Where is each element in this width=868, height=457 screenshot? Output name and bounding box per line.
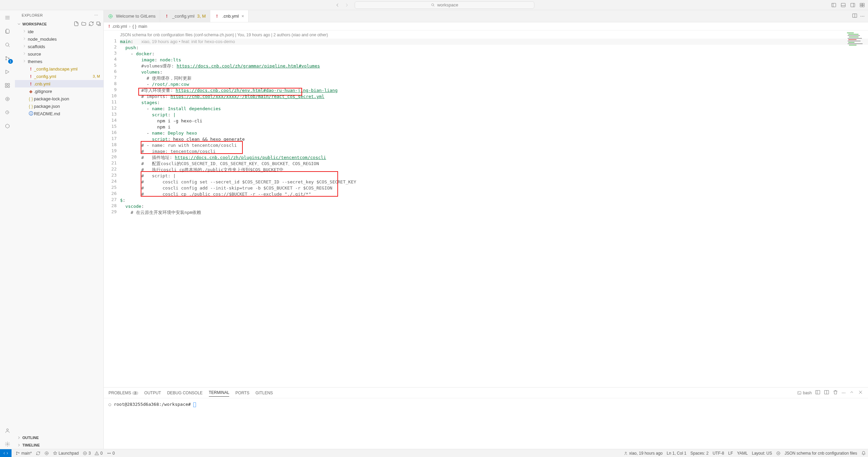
layout-sidebar-right-icon[interactable] [849,1,856,9]
close-panel-icon[interactable] [858,390,863,396]
terminal-profile[interactable]: bash [797,390,812,396]
editor-area: Welcome to GitLens!_config.yml3, M!.cnb.… [104,10,868,449]
refresh-icon[interactable] [88,21,94,27]
code-editor[interactable]: JSON schema for cnb configuration files … [120,31,868,387]
svg-rect-3 [851,3,855,7]
sidebar-title: EXPLORER [22,13,43,17]
sidebar-more-icon[interactable]: ⋯ [94,13,98,18]
settings-gear-icon[interactable] [3,439,12,449]
close-tab-icon[interactable]: × [241,14,244,19]
svg-point-22 [109,14,113,18]
status-spaces[interactable]: Spaces: 2 [688,451,710,456]
accounts-icon[interactable] [3,426,12,435]
kill-terminal-icon[interactable] [833,390,838,396]
svg-point-20 [7,443,8,445]
nav-back-icon[interactable] [334,1,341,9]
file-tree: idenode_modulesscaffoldssourcethemes!_co… [15,28,103,434]
folder-item[interactable]: ide [15,28,103,35]
breadcrumb[interactable]: ! .cnb.yml › { } main [104,22,868,31]
svg-rect-36 [816,391,820,394]
new-folder-icon[interactable] [81,21,86,27]
maximize-panel-icon[interactable] [849,390,854,396]
search-icon[interactable] [3,40,12,49]
section-workspace[interactable]: WORKSPACE [15,20,103,28]
split-editor-icon[interactable] [852,13,857,19]
file-item[interactable]: ◆.gitignore [15,87,103,95]
cnb-icon[interactable] [3,121,12,131]
new-file-icon[interactable] [74,21,79,27]
status-blame[interactable]: xiao, 19 hours ago [622,451,665,456]
status-problems[interactable]: 3 0 [81,451,105,456]
nav-forward-icon[interactable] [343,1,351,9]
svg-rect-4 [860,3,862,5]
file-item[interactable]: { }package-lock.json [15,95,103,102]
sidebar: EXPLORER ⋯ WORKSPACE idenode_modulesscaf… [15,10,104,449]
status-cursor[interactable]: Ln 1, Col 1 [665,451,688,456]
minimap[interactable] [846,32,865,49]
line-gutter: 1234567891011121314151617181920212223242… [104,31,120,387]
status-ports[interactable]: 0 [105,451,117,456]
panel-problems[interactable]: PROBLEMS 3 [108,391,138,395]
yaml-tab-icon: ! [164,14,170,19]
layout-panel-icon[interactable] [840,1,847,9]
panel-debug-console[interactable]: DEBUG CONSOLE [167,391,203,395]
panel-more-icon[interactable]: ⋯ [842,391,846,395]
svg-rect-15 [8,86,9,87]
editor-tab[interactable]: !.cnb.yml× [210,10,249,22]
tab-more-icon[interactable]: ⋯ [860,14,865,19]
layout-sidebar-left-icon[interactable] [830,1,837,9]
panel-terminal[interactable]: TERMINAL [209,389,230,397]
file-item[interactable]: !_config.yml3, M [15,73,103,80]
file-item[interactable]: { }package.json [15,102,103,110]
editor-tab[interactable]: !_config.yml3, M [160,10,210,22]
file-item[interactable]: !_config.landscape.yml [15,65,103,73]
gitlens-icon[interactable] [3,94,12,104]
status-launchpad[interactable]: Launchpad [51,451,81,456]
status-notifications-icon[interactable] [859,451,868,456]
status-prettier[interactable] [774,451,783,456]
svg-rect-33 [848,43,863,44]
gitlens-inspect-icon[interactable] [3,108,12,117]
svg-rect-21 [97,22,100,25]
panel-output[interactable]: OUTPUT [144,391,161,395]
title-bar: workspace [0,0,868,10]
status-layout[interactable]: Layout: US [750,451,774,456]
panel-gitlens[interactable]: GITLENS [255,391,273,395]
status-eol[interactable]: LF [726,451,735,456]
collapse-all-icon[interactable] [96,21,101,27]
folder-item[interactable]: source [15,50,103,58]
command-center[interactable]: workspace [355,1,534,9]
folder-item[interactable]: scaffolds [15,43,103,50]
explorer-icon[interactable] [3,26,12,36]
new-terminal-icon[interactable] [815,390,821,396]
status-sync[interactable] [34,451,42,456]
section-outline[interactable]: OUTLINE [15,434,103,441]
editor-tab[interactable]: Welcome to GitLens [104,10,160,22]
file-item[interactable]: ⓘREADME.md [15,110,103,117]
status-schema[interactable]: JSON schema for cnb configuration files [783,451,859,456]
remote-indicator[interactable] [0,449,12,457]
status-gitlens[interactable] [42,451,51,456]
svg-rect-14 [5,86,7,87]
panel-ports[interactable]: PORTS [235,391,249,395]
svg-point-16 [6,97,9,101]
svg-point-0 [432,4,434,6]
svg-rect-12 [5,83,7,85]
customize-layout-icon[interactable] [859,1,866,9]
extensions-icon[interactable] [3,81,12,90]
status-encoding[interactable]: UTF-8 [711,451,726,456]
folder-item[interactable]: node_modules [15,35,103,43]
folder-item[interactable]: themes [15,58,103,65]
split-terminal-icon[interactable] [824,390,829,396]
status-bar: main* Launchpad 3 0 0 xiao, 19 hours ago… [0,449,868,457]
run-debug-icon[interactable] [3,67,12,77]
svg-point-19 [6,429,8,431]
status-branch[interactable]: main* [14,451,34,456]
section-timeline[interactable]: TIMELINE [15,441,103,449]
status-language[interactable]: YAML [735,451,750,456]
menu-icon[interactable] [3,13,12,22]
svg-rect-32 [848,42,854,43]
terminal[interactable]: ○ root@283255d6a368:/workspace# [104,398,868,449]
file-item[interactable]: !.cnb.yml [15,80,103,87]
svg-rect-31 [848,41,861,41]
